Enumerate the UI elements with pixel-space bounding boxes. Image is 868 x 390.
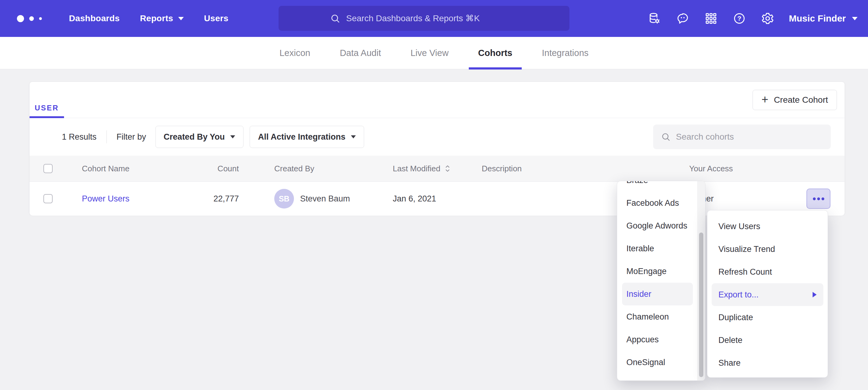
- row-context-menu: View Users Visualize Trend Refresh Count…: [707, 210, 828, 378]
- cohort-count: 22,777: [213, 194, 239, 204]
- tab-label: Lexicon: [279, 48, 310, 58]
- menu-item-duplicate[interactable]: Duplicate: [707, 306, 828, 329]
- section-tabs: Lexicon Data Audit Live View Cohorts Int…: [0, 37, 868, 69]
- global-search[interactable]: [279, 6, 569, 31]
- submenu-arrow-icon: [813, 292, 816, 297]
- nav-item-users[interactable]: Users: [204, 13, 228, 23]
- created-by-name: Steven Baum: [300, 194, 350, 204]
- integrations-filter-label: All Active Integrations: [258, 132, 345, 142]
- filter-bar: 1 Results Filter by Created By You All A…: [30, 118, 845, 156]
- row-more-options-button[interactable]: [806, 189, 831, 209]
- table-header: Cohort Name Count Created By Last Modifi…: [30, 156, 845, 182]
- tab-label: Live View: [411, 48, 449, 58]
- created-by-filter-dropdown[interactable]: Created By You: [155, 126, 244, 148]
- settings-gear-icon[interactable]: [761, 11, 775, 26]
- submenu-item-facebook-ads[interactable]: Facebook Ads: [617, 192, 698, 215]
- tab-label: Integrations: [542, 48, 589, 58]
- create-cohort-label: Create Cohort: [774, 95, 828, 105]
- nav-item-users-label: Users: [204, 13, 228, 23]
- column-header-cohort-name[interactable]: Cohort Name: [82, 156, 130, 182]
- active-tab-underline: [30, 116, 64, 118]
- help-icon[interactable]: ?: [732, 11, 746, 26]
- submenu-item-moengage[interactable]: MoEngage: [617, 260, 698, 283]
- tab-integrations[interactable]: Integrations: [542, 37, 589, 69]
- search-icon: [660, 132, 671, 142]
- submenu-scrollbar-thumb[interactable]: [699, 232, 703, 377]
- tab-live-view[interactable]: Live View: [411, 37, 449, 69]
- submenu-item-chameleon[interactable]: Chameleon: [617, 305, 698, 328]
- submenu-item-insider[interactable]: Insider: [622, 283, 693, 305]
- active-tab-underline: [469, 67, 521, 69]
- menu-item-visualize-trend[interactable]: Visualize Trend: [707, 238, 828, 261]
- top-nav: Dashboards Reports Users: [0, 0, 868, 37]
- nav-item-dashboards-label: Dashboards: [69, 13, 120, 23]
- plus-icon: +: [762, 94, 768, 105]
- avatar: SB: [274, 189, 294, 208]
- created-by-filter-label: Created By You: [164, 132, 225, 142]
- select-all-checkbox[interactable]: [43, 164, 53, 173]
- project-name: Music Finder: [789, 13, 846, 24]
- menu-item-export-to[interactable]: Export to...: [712, 283, 824, 306]
- column-header-description[interactable]: Description: [482, 156, 522, 182]
- results-count: 1 Results: [62, 132, 97, 142]
- tab-data-audit[interactable]: Data Audit: [340, 37, 381, 69]
- last-modified-date: Jan 6, 2021: [393, 194, 436, 204]
- more-options-icon: [813, 197, 816, 200]
- chevron-down-icon: [351, 135, 356, 138]
- nav-item-dashboards[interactable]: Dashboards: [69, 13, 120, 23]
- export-submenu: Braze Facebook Ads Google Adwords Iterab…: [617, 181, 706, 381]
- nav-item-reports-label: Reports: [140, 13, 173, 23]
- column-header-your-access[interactable]: Your Access: [689, 156, 733, 182]
- submenu-item-braze[interactable]: Braze: [617, 181, 698, 192]
- svg-text:?: ?: [738, 15, 742, 22]
- nav-item-reports[interactable]: Reports: [140, 13, 184, 23]
- apps-grid-icon[interactable]: [704, 11, 718, 26]
- menu-item-export-to-label: Export to...: [718, 290, 759, 300]
- tab-label: Data Audit: [340, 48, 381, 58]
- column-header-count[interactable]: Count: [196, 156, 239, 182]
- submenu-item-iterable[interactable]: Iterable: [617, 237, 698, 260]
- submenu-item-onesignal[interactable]: OneSignal: [617, 351, 698, 374]
- sort-icon[interactable]: [444, 165, 451, 172]
- feedback-icon[interactable]: [676, 11, 690, 26]
- submenu-item-google-adwords[interactable]: Google Adwords: [617, 215, 698, 237]
- menu-item-view-users[interactable]: View Users: [707, 215, 828, 238]
- tab-user-label: USER: [35, 104, 59, 112]
- export-submenu-list: Braze Facebook Ads Google Adwords Iterab…: [617, 181, 698, 374]
- column-header-last-modified[interactable]: Last Modified: [393, 156, 451, 182]
- search-icon: [330, 13, 341, 24]
- project-selector[interactable]: Music Finder: [789, 13, 858, 24]
- data-settings-icon[interactable]: [647, 11, 661, 26]
- search-cohorts-input[interactable]: [676, 132, 811, 142]
- cohort-name-link[interactable]: Power Users: [82, 194, 130, 204]
- tab-cohorts[interactable]: Cohorts: [478, 37, 512, 69]
- menu-item-share[interactable]: Share: [707, 352, 828, 374]
- global-search-input[interactable]: [346, 13, 519, 23]
- column-header-label: Last Modified: [393, 164, 440, 173]
- menu-item-delete[interactable]: Delete: [707, 329, 828, 352]
- integrations-filter-dropdown[interactable]: All Active Integrations: [250, 126, 364, 148]
- chevron-down-icon: [178, 17, 184, 20]
- mixpanel-logo[interactable]: [17, 15, 42, 22]
- submenu-item-appcues[interactable]: Appcues: [617, 328, 698, 351]
- column-header-created-by[interactable]: Created By: [274, 156, 314, 182]
- tab-label: Cohorts: [478, 48, 512, 58]
- row-checkbox[interactable]: [43, 194, 53, 203]
- nav-right-group: ? Music Finder: [647, 0, 858, 37]
- chevron-down-icon: [230, 135, 235, 138]
- cohorts-panel: USER + Create Cohort 1 Results Filter by…: [29, 82, 845, 215]
- cohorts-panel-header: USER + Create Cohort: [30, 82, 845, 118]
- divider: [106, 130, 107, 143]
- create-cohort-button[interactable]: + Create Cohort: [752, 90, 837, 110]
- filter-by-label: Filter by: [117, 132, 146, 142]
- menu-item-refresh-count[interactable]: Refresh Count: [707, 261, 828, 283]
- tab-user-cohorts[interactable]: USER: [30, 82, 64, 118]
- tab-lexicon[interactable]: Lexicon: [279, 37, 310, 69]
- search-cohorts[interactable]: [653, 125, 831, 149]
- chevron-down-icon: [852, 17, 858, 20]
